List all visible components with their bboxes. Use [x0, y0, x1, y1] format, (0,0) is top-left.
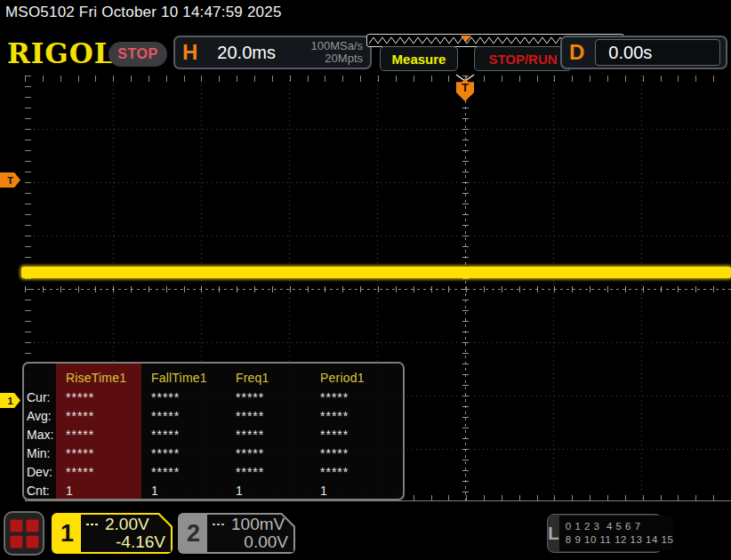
measure-button[interactable]: Measure: [380, 46, 458, 71]
sample-rate-and-depth: 100MSa/s 20Mpts: [310, 40, 363, 65]
channel1-badge[interactable]: 1 2.00V -4.16V: [52, 513, 173, 554]
red-square-icon: [10, 535, 23, 548]
cell-value: *****: [62, 428, 148, 442]
channel2-scale: 100mV: [231, 516, 285, 533]
row-label: Max:: [27, 428, 62, 442]
h-label: H: [182, 40, 197, 65]
table-row: Max: ***** ***** ***** *****: [24, 425, 403, 444]
cell-value: *****: [62, 409, 148, 423]
timebase-value: 20.0ms: [217, 43, 276, 63]
gridline: [25, 342, 731, 343]
sample-rate: 100MSa/s: [310, 39, 363, 52]
channel1-waveform-trace: [21, 267, 731, 278]
measure-column-falltime[interactable]: FallTime1: [148, 371, 232, 385]
cell-value: *****: [62, 465, 148, 479]
logic-analyzer-label: L: [548, 523, 559, 544]
center-horizontal-ticks: [25, 286, 731, 292]
measure-column-risetime[interactable]: RiseTime1: [62, 371, 148, 385]
cell-value: *****: [232, 465, 317, 479]
overview-position-marker-icon[interactable]: [461, 36, 471, 42]
channel2-badge[interactable]: 2 100mV 0.00V: [178, 513, 295, 554]
cell-value: 1: [317, 484, 403, 498]
oscilloscope-screen: MSO5102 Fri October 10 14:47:59 2025 RIG…: [0, 0, 731, 560]
table-row: Dev: ***** ***** ***** *****: [24, 462, 403, 481]
gridline: [25, 129, 731, 130]
cell-value: *****: [232, 428, 317, 442]
channel1-number: 1: [53, 515, 81, 552]
cell-value: *****: [232, 409, 317, 423]
cell-value: *****: [317, 465, 403, 479]
logic-analyzer-badge[interactable]: L 0 1 2 3 4 5 6 7 8 9 10 11 12 13 14 15: [547, 514, 663, 553]
cell-value: *****: [232, 390, 317, 404]
row-label: Cur:: [27, 390, 62, 404]
dc-coupling-icon: [86, 524, 100, 525]
horizontal-timebase-panel[interactable]: H 20.0ms 100MSa/s 20Mpts: [173, 36, 372, 69]
red-square-icon: [26, 519, 39, 532]
memory-depth: 20Mpts: [325, 52, 363, 65]
cell-value: *****: [62, 390, 148, 404]
red-square-icon: [26, 535, 39, 548]
cell-value: *****: [317, 428, 403, 442]
cell-value: *****: [148, 428, 232, 442]
delay-panel[interactable]: D 0.00s: [560, 36, 727, 69]
cell-value: *****: [148, 465, 232, 479]
cell-value: *****: [317, 390, 403, 404]
rigol-logo: RIGOL: [7, 37, 115, 69]
gridline: [25, 182, 731, 183]
delay-value: 0.00s: [595, 39, 720, 66]
channel2-offset: 0.00V: [213, 533, 288, 551]
cell-value: 1: [62, 484, 148, 498]
measure-column-period[interactable]: Period1: [317, 371, 403, 385]
row-label: Min:: [27, 446, 62, 460]
measure-column-freq[interactable]: Freq1: [232, 371, 317, 385]
cell-value: *****: [148, 390, 232, 404]
cell-value: *****: [317, 409, 403, 423]
table-row: Min: ***** ***** ***** *****: [24, 444, 403, 462]
row-label: Dev:: [27, 465, 62, 479]
gridline: [25, 236, 731, 236]
cell-value: 1: [232, 484, 317, 498]
bottom-edge-line: [25, 500, 731, 501]
channel2-number: 2: [180, 515, 207, 552]
quick-menu-button[interactable]: [4, 511, 44, 556]
run-state-badge: STOP: [108, 42, 167, 67]
cell-value: *****: [62, 446, 148, 460]
stop-run-button[interactable]: STOP/RUN: [474, 46, 572, 71]
digital-channel-list: 0 1 2 3 4 5 6 7 8 9 10 11 12 13 14 15: [559, 516, 674, 551]
d-label: D: [569, 40, 584, 65]
row-label: Avg:: [27, 409, 62, 423]
cell-value: *****: [148, 446, 232, 460]
channel1-offset: -4.16V: [86, 533, 165, 551]
red-square-icon: [10, 519, 23, 532]
table-row: Cur: ***** ***** ***** *****: [24, 388, 403, 406]
cell-value: *****: [317, 446, 403, 460]
measurement-results-panel[interactable]: RiseTime1 FallTime1 Freq1 Period1 Cur: *…: [22, 362, 405, 500]
cell-value: *****: [232, 446, 317, 460]
cell-value: 1: [148, 484, 232, 498]
table-row: Cnt: 1 1 1 1: [24, 481, 403, 500]
digital-channels-row2: 8 9 10 11 12 13 14 15: [566, 533, 674, 547]
channel1-scale: 2.00V: [105, 516, 149, 533]
titlebar-model-and-datetime: MSO5102 Fri October 10 14:47:59 2025: [5, 4, 282, 21]
cell-value: *****: [148, 409, 232, 423]
digital-channels-row1: 0 1 2 3 4 5 6 7: [566, 520, 674, 533]
row-label: Cnt:: [27, 484, 62, 498]
dc-coupling-icon: [213, 524, 226, 525]
table-row: Avg: ***** ***** ***** *****: [24, 406, 403, 425]
top-edge-ticks: [25, 76, 731, 82]
